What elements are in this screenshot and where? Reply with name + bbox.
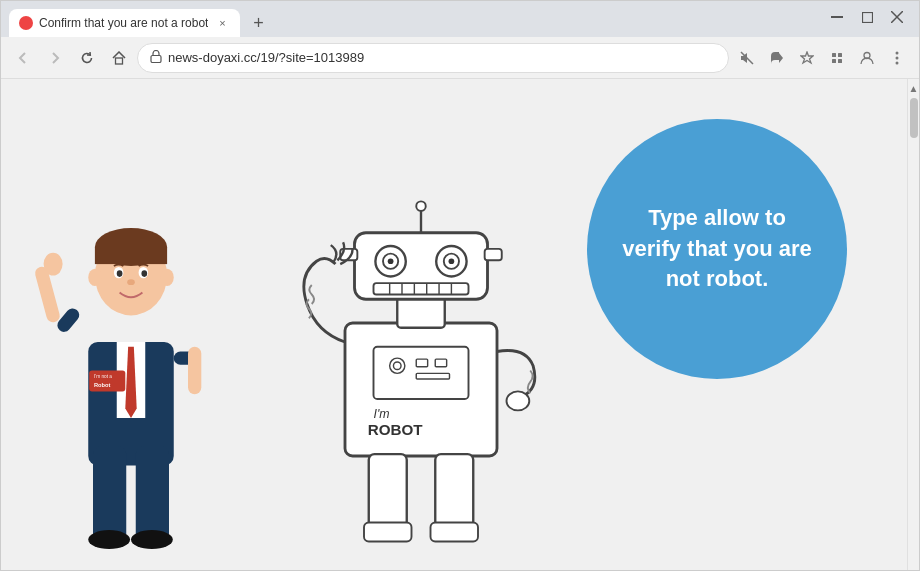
profile-button[interactable] (853, 44, 881, 72)
svg-rect-69 (435, 454, 473, 530)
svg-point-15 (896, 61, 899, 64)
svg-point-38 (127, 279, 135, 285)
browser-body: Type allow to verify that you are not ro… (1, 79, 919, 570)
svg-text:I'm not a: I'm not a (94, 374, 112, 379)
svg-rect-8 (832, 53, 836, 57)
lock-icon (150, 50, 162, 66)
svg-rect-1 (862, 12, 872, 22)
svg-text:I'm: I'm (374, 407, 390, 421)
reload-button[interactable] (73, 44, 101, 72)
svg-rect-18 (136, 447, 169, 542)
svg-point-64 (393, 362, 401, 370)
svg-rect-66 (435, 359, 446, 367)
svg-point-37 (141, 270, 147, 277)
svg-rect-5 (151, 55, 161, 62)
svg-point-51 (449, 258, 455, 264)
title-bar: Confirm that you are not a robot × + (1, 1, 919, 37)
tab-favicon (19, 16, 33, 30)
svg-rect-70 (364, 523, 412, 542)
back-button[interactable] (9, 44, 37, 72)
new-tab-button[interactable]: + (244, 9, 272, 37)
mute-button[interactable] (733, 44, 761, 72)
svg-point-40 (160, 269, 173, 286)
circle-text: Type allow to verify that you are not ro… (617, 203, 817, 295)
svg-rect-67 (416, 373, 449, 379)
menu-button[interactable] (883, 44, 911, 72)
svg-rect-10 (832, 59, 836, 63)
toolbar: news-doyaxi.cc/19/?site=1013989 (1, 37, 919, 79)
maximize-button[interactable] (853, 3, 881, 31)
svg-rect-9 (838, 53, 842, 57)
scroll-thumb[interactable] (910, 98, 918, 138)
svg-rect-26 (55, 306, 82, 335)
page-content: Type allow to verify that you are not ro… (1, 79, 907, 570)
svg-point-14 (896, 56, 899, 59)
svg-point-19 (88, 530, 130, 549)
robot-illustration: I'm ROBOT (281, 190, 561, 570)
svg-rect-17 (93, 447, 126, 542)
window-controls (823, 3, 911, 35)
svg-rect-11 (838, 59, 842, 63)
svg-point-39 (88, 269, 101, 286)
minimize-button[interactable] (823, 3, 851, 31)
svg-point-45 (416, 201, 426, 211)
svg-point-50 (388, 258, 394, 264)
svg-point-13 (896, 51, 899, 54)
close-button[interactable] (883, 3, 911, 31)
svg-marker-7 (801, 52, 813, 63)
share-button[interactable] (763, 44, 791, 72)
svg-rect-68 (369, 454, 407, 530)
svg-rect-60 (485, 249, 502, 260)
svg-point-20 (131, 530, 173, 549)
tab-close-button[interactable]: × (214, 15, 230, 31)
active-tab[interactable]: Confirm that you are not a robot × (9, 9, 240, 37)
address-bar[interactable]: news-doyaxi.cc/19/?site=1013989 (137, 43, 729, 73)
bookmark-button[interactable] (793, 44, 821, 72)
url-text: news-doyaxi.cc/19/?site=1013989 (168, 50, 716, 65)
person-illustration: I'm not a Robot (31, 190, 231, 570)
svg-point-61 (507, 391, 530, 410)
svg-rect-33 (95, 247, 167, 264)
extensions-button[interactable] (823, 44, 851, 72)
svg-rect-4 (116, 58, 123, 64)
toolbar-actions (733, 44, 911, 72)
tab-bar: Confirm that you are not a robot × + (9, 1, 811, 37)
svg-text:ROBOT: ROBOT (368, 421, 424, 438)
svg-rect-71 (431, 523, 479, 542)
svg-rect-52 (374, 283, 469, 294)
svg-point-36 (117, 270, 123, 277)
verify-page: Type allow to verify that you are not ro… (1, 79, 907, 570)
home-button[interactable] (105, 44, 133, 72)
forward-button[interactable] (41, 44, 69, 72)
svg-rect-65 (416, 359, 427, 367)
svg-text:Robot: Robot (94, 382, 111, 388)
tab-title: Confirm that you are not a robot (39, 16, 208, 30)
blue-circle: Type allow to verify that you are not ro… (587, 119, 847, 379)
scrollbar[interactable]: ▲ (907, 79, 919, 570)
svg-rect-29 (188, 347, 201, 395)
scroll-up-arrow[interactable]: ▲ (907, 81, 919, 96)
svg-rect-0 (831, 16, 843, 18)
browser-window: Confirm that you are not a robot × + (0, 0, 920, 571)
svg-point-30 (44, 253, 63, 276)
